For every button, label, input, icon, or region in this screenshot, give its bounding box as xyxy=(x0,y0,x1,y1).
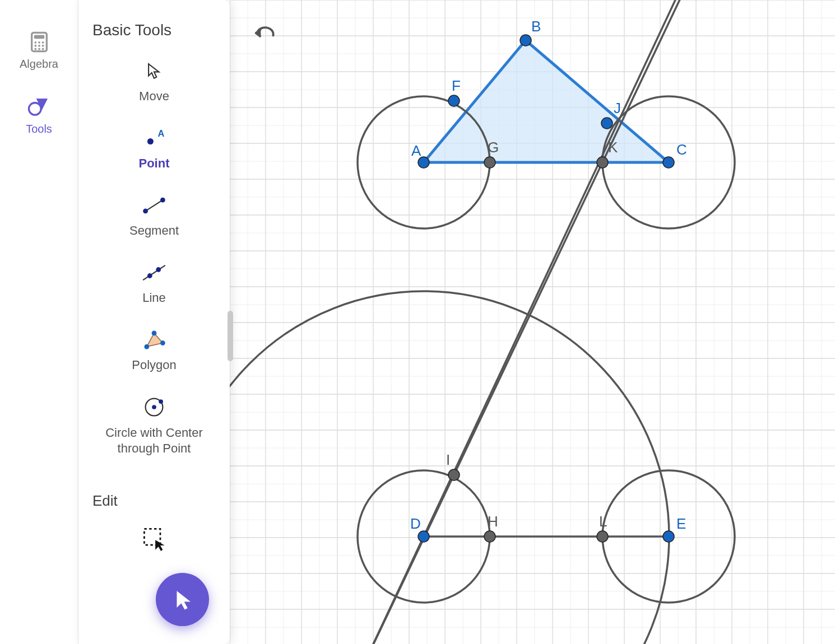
svg-point-9 xyxy=(38,48,40,50)
svg-point-25 xyxy=(159,399,163,404)
svg-point-24 xyxy=(152,405,156,409)
tools-scrollbar[interactable] xyxy=(228,311,233,361)
app-root: Algebra Tools Basic Tools Move xyxy=(0,0,835,644)
point-label-C: C xyxy=(676,141,687,158)
svg-rect-1 xyxy=(34,35,44,39)
tool-line-label: Line xyxy=(142,291,166,305)
cursor-icon xyxy=(142,59,166,83)
svg-point-15 xyxy=(143,209,148,214)
point-H[interactable] xyxy=(484,531,495,542)
point-K[interactable] xyxy=(597,157,608,168)
point-E[interactable] xyxy=(663,531,674,542)
line-icon xyxy=(142,260,166,285)
nav-tools-label: Tools xyxy=(26,123,52,136)
svg-point-12 xyxy=(147,138,154,144)
tool-select[interactable] xyxy=(98,526,210,551)
shapes-icon xyxy=(27,96,50,118)
point-C[interactable] xyxy=(663,157,674,168)
svg-line-17 xyxy=(143,265,165,280)
point-label-B: B xyxy=(531,18,541,35)
point-F[interactable] xyxy=(448,95,460,106)
svg-point-10 xyxy=(41,48,44,50)
geometry-canvas[interactable]: ABCDEFGHIJKL xyxy=(230,0,835,644)
svg-point-22 xyxy=(160,340,165,346)
svg-point-19 xyxy=(156,267,161,272)
svg-point-16 xyxy=(160,198,165,203)
point-D[interactable] xyxy=(418,531,429,542)
tool-point[interactable]: A Point xyxy=(98,126,210,171)
svg-point-7 xyxy=(41,45,44,47)
point-L[interactable] xyxy=(597,531,608,542)
point-G[interactable] xyxy=(484,157,495,168)
tool-polygon[interactable]: Polygon xyxy=(98,328,210,372)
svg-point-21 xyxy=(152,331,157,336)
edit-section-header: Edit xyxy=(78,478,132,515)
marquee-select-icon xyxy=(142,526,166,551)
svg-text:A: A xyxy=(158,129,165,138)
pointer-icon xyxy=(171,588,194,612)
undo-button[interactable] xyxy=(252,24,277,45)
svg-point-11 xyxy=(29,103,41,115)
nav-sidebar: Algebra Tools xyxy=(0,0,78,644)
point-label-G: G xyxy=(488,139,499,156)
point-label-H: H xyxy=(488,513,498,530)
svg-point-3 xyxy=(38,41,40,44)
point-label-F: F xyxy=(452,77,461,94)
point-label-A: A xyxy=(411,142,421,159)
canvas-svg: ABCDEFGHIJKL xyxy=(230,0,835,644)
svg-point-4 xyxy=(41,41,44,44)
svg-point-18 xyxy=(147,273,152,278)
svg-point-2 xyxy=(34,41,36,44)
undo-icon xyxy=(252,24,277,43)
svg-point-8 xyxy=(34,48,36,50)
tool-circle[interactable]: Circle with Center through Point xyxy=(98,395,210,456)
circle-icon xyxy=(142,395,166,419)
point-I[interactable] xyxy=(448,469,460,480)
tools-list: Move A Point xyxy=(78,53,230,633)
point-label-D: D xyxy=(410,515,421,532)
tool-polygon-label: Polygon xyxy=(132,358,177,372)
nav-algebra-label: Algebra xyxy=(20,58,58,71)
point-label-E: E xyxy=(676,515,686,532)
svg-point-20 xyxy=(144,344,149,349)
tool-segment[interactable]: Segment xyxy=(98,193,210,238)
tools-panel: Basic Tools Move A Point xyxy=(78,0,230,644)
tool-segment-label: Segment xyxy=(129,223,179,238)
point-label-I: I xyxy=(446,451,450,468)
point-B[interactable] xyxy=(520,35,531,46)
svg-point-6 xyxy=(38,45,40,47)
tool-point-label: Point xyxy=(139,156,170,171)
tool-line[interactable]: Line xyxy=(98,260,210,305)
tool-circle-label: Circle with Center through Point xyxy=(98,425,210,456)
svg-point-5 xyxy=(34,45,36,47)
tool-move[interactable]: Move xyxy=(98,59,210,104)
point-label-L: L xyxy=(599,513,607,530)
polygon-icon xyxy=(142,328,166,352)
nav-tools[interactable]: Tools xyxy=(26,96,52,136)
calculator-icon xyxy=(28,31,50,53)
nav-algebra[interactable]: Algebra xyxy=(20,31,58,71)
tool-move-label: Move xyxy=(139,89,169,104)
point-J[interactable] xyxy=(601,118,613,129)
svg-line-14 xyxy=(146,200,163,211)
tools-panel-header: Basic Tools xyxy=(78,17,230,53)
point-label-K: K xyxy=(608,139,618,156)
fab-pointer[interactable] xyxy=(156,573,209,626)
point-label-J: J xyxy=(614,100,621,116)
segment-icon xyxy=(142,193,166,218)
point-icon: A xyxy=(142,126,166,151)
